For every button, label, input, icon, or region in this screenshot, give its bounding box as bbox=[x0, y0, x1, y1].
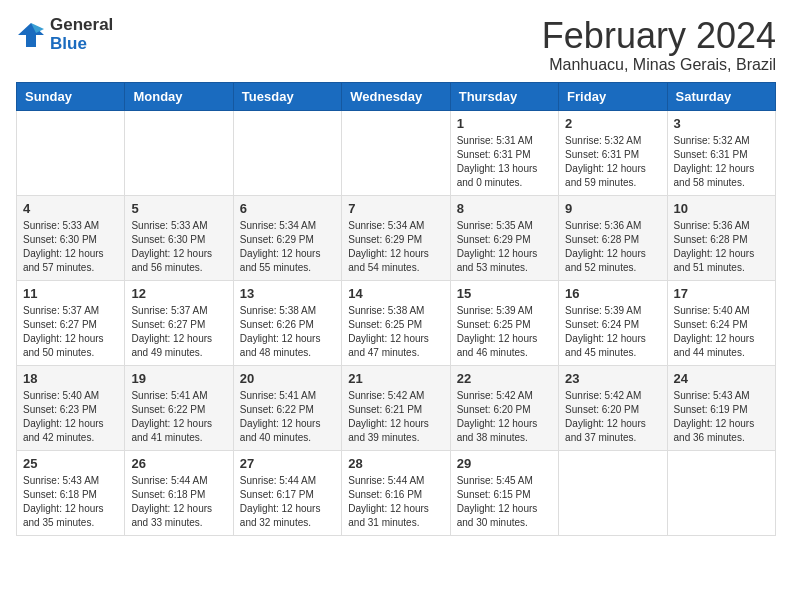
day-info: Sunrise: 5:42 AMSunset: 6:21 PMDaylight:… bbox=[348, 389, 443, 445]
day-number: 9 bbox=[565, 201, 660, 216]
calendar-cell bbox=[559, 450, 667, 535]
day-info: Sunrise: 5:41 AMSunset: 6:22 PMDaylight:… bbox=[240, 389, 335, 445]
day-info: Sunrise: 5:33 AMSunset: 6:30 PMDaylight:… bbox=[131, 219, 226, 275]
day-of-week-header: Thursday bbox=[450, 82, 558, 110]
day-info: Sunrise: 5:41 AMSunset: 6:22 PMDaylight:… bbox=[131, 389, 226, 445]
calendar-cell: 21Sunrise: 5:42 AMSunset: 6:21 PMDayligh… bbox=[342, 365, 450, 450]
day-number: 26 bbox=[131, 456, 226, 471]
calendar-week-row: 11Sunrise: 5:37 AMSunset: 6:27 PMDayligh… bbox=[17, 280, 776, 365]
calendar-cell: 6Sunrise: 5:34 AMSunset: 6:29 PMDaylight… bbox=[233, 195, 341, 280]
day-info: Sunrise: 5:42 AMSunset: 6:20 PMDaylight:… bbox=[565, 389, 660, 445]
day-number: 4 bbox=[23, 201, 118, 216]
day-number: 7 bbox=[348, 201, 443, 216]
day-info: Sunrise: 5:37 AMSunset: 6:27 PMDaylight:… bbox=[131, 304, 226, 360]
calendar-cell: 28Sunrise: 5:44 AMSunset: 6:16 PMDayligh… bbox=[342, 450, 450, 535]
day-info: Sunrise: 5:35 AMSunset: 6:29 PMDaylight:… bbox=[457, 219, 552, 275]
calendar-cell: 7Sunrise: 5:34 AMSunset: 6:29 PMDaylight… bbox=[342, 195, 450, 280]
calendar-cell: 8Sunrise: 5:35 AMSunset: 6:29 PMDaylight… bbox=[450, 195, 558, 280]
day-info: Sunrise: 5:40 AMSunset: 6:23 PMDaylight:… bbox=[23, 389, 118, 445]
day-info: Sunrise: 5:44 AMSunset: 6:17 PMDaylight:… bbox=[240, 474, 335, 530]
day-of-week-header: Saturday bbox=[667, 82, 775, 110]
day-number: 23 bbox=[565, 371, 660, 386]
logo-text: General Blue bbox=[50, 16, 113, 53]
calendar-cell: 25Sunrise: 5:43 AMSunset: 6:18 PMDayligh… bbox=[17, 450, 125, 535]
day-number: 29 bbox=[457, 456, 552, 471]
calendar-cell: 26Sunrise: 5:44 AMSunset: 6:18 PMDayligh… bbox=[125, 450, 233, 535]
calendar-cell: 11Sunrise: 5:37 AMSunset: 6:27 PMDayligh… bbox=[17, 280, 125, 365]
calendar-cell: 12Sunrise: 5:37 AMSunset: 6:27 PMDayligh… bbox=[125, 280, 233, 365]
day-info: Sunrise: 5:38 AMSunset: 6:26 PMDaylight:… bbox=[240, 304, 335, 360]
logo: General Blue bbox=[16, 16, 113, 53]
day-info: Sunrise: 5:44 AMSunset: 6:16 PMDaylight:… bbox=[348, 474, 443, 530]
calendar-cell: 27Sunrise: 5:44 AMSunset: 6:17 PMDayligh… bbox=[233, 450, 341, 535]
page-header: General Blue February 2024 Manhuacu, Min… bbox=[16, 16, 776, 74]
calendar-cell: 5Sunrise: 5:33 AMSunset: 6:30 PMDaylight… bbox=[125, 195, 233, 280]
location-subtitle: Manhuacu, Minas Gerais, Brazil bbox=[542, 56, 776, 74]
calendar-cell bbox=[125, 110, 233, 195]
day-of-week-header: Friday bbox=[559, 82, 667, 110]
month-title: February 2024 bbox=[542, 16, 776, 56]
calendar-cell: 19Sunrise: 5:41 AMSunset: 6:22 PMDayligh… bbox=[125, 365, 233, 450]
day-of-week-header: Sunday bbox=[17, 82, 125, 110]
day-number: 1 bbox=[457, 116, 552, 131]
day-number: 25 bbox=[23, 456, 118, 471]
day-number: 10 bbox=[674, 201, 769, 216]
logo-icon bbox=[16, 21, 46, 49]
day-info: Sunrise: 5:44 AMSunset: 6:18 PMDaylight:… bbox=[131, 474, 226, 530]
day-number: 19 bbox=[131, 371, 226, 386]
day-info: Sunrise: 5:39 AMSunset: 6:24 PMDaylight:… bbox=[565, 304, 660, 360]
calendar-cell: 4Sunrise: 5:33 AMSunset: 6:30 PMDaylight… bbox=[17, 195, 125, 280]
day-info: Sunrise: 5:38 AMSunset: 6:25 PMDaylight:… bbox=[348, 304, 443, 360]
calendar-cell: 1Sunrise: 5:31 AMSunset: 6:31 PMDaylight… bbox=[450, 110, 558, 195]
day-info: Sunrise: 5:37 AMSunset: 6:27 PMDaylight:… bbox=[23, 304, 118, 360]
day-number: 13 bbox=[240, 286, 335, 301]
day-info: Sunrise: 5:36 AMSunset: 6:28 PMDaylight:… bbox=[565, 219, 660, 275]
day-of-week-header: Tuesday bbox=[233, 82, 341, 110]
day-info: Sunrise: 5:43 AMSunset: 6:19 PMDaylight:… bbox=[674, 389, 769, 445]
title-section: February 2024 Manhuacu, Minas Gerais, Br… bbox=[542, 16, 776, 74]
day-info: Sunrise: 5:31 AMSunset: 6:31 PMDaylight:… bbox=[457, 134, 552, 190]
day-number: 21 bbox=[348, 371, 443, 386]
calendar-week-row: 1Sunrise: 5:31 AMSunset: 6:31 PMDaylight… bbox=[17, 110, 776, 195]
day-info: Sunrise: 5:34 AMSunset: 6:29 PMDaylight:… bbox=[240, 219, 335, 275]
calendar-cell: 14Sunrise: 5:38 AMSunset: 6:25 PMDayligh… bbox=[342, 280, 450, 365]
day-info: Sunrise: 5:34 AMSunset: 6:29 PMDaylight:… bbox=[348, 219, 443, 275]
day-number: 20 bbox=[240, 371, 335, 386]
calendar-cell: 29Sunrise: 5:45 AMSunset: 6:15 PMDayligh… bbox=[450, 450, 558, 535]
day-number: 3 bbox=[674, 116, 769, 131]
day-of-week-header: Monday bbox=[125, 82, 233, 110]
calendar-cell: 2Sunrise: 5:32 AMSunset: 6:31 PMDaylight… bbox=[559, 110, 667, 195]
calendar-cell: 23Sunrise: 5:42 AMSunset: 6:20 PMDayligh… bbox=[559, 365, 667, 450]
calendar-cell bbox=[667, 450, 775, 535]
day-number: 24 bbox=[674, 371, 769, 386]
day-number: 2 bbox=[565, 116, 660, 131]
day-number: 8 bbox=[457, 201, 552, 216]
calendar-cell: 13Sunrise: 5:38 AMSunset: 6:26 PMDayligh… bbox=[233, 280, 341, 365]
calendar-cell bbox=[233, 110, 341, 195]
svg-marker-0 bbox=[18, 23, 44, 47]
day-info: Sunrise: 5:32 AMSunset: 6:31 PMDaylight:… bbox=[674, 134, 769, 190]
day-number: 5 bbox=[131, 201, 226, 216]
day-info: Sunrise: 5:32 AMSunset: 6:31 PMDaylight:… bbox=[565, 134, 660, 190]
day-info: Sunrise: 5:39 AMSunset: 6:25 PMDaylight:… bbox=[457, 304, 552, 360]
calendar-cell: 17Sunrise: 5:40 AMSunset: 6:24 PMDayligh… bbox=[667, 280, 775, 365]
calendar-table: SundayMondayTuesdayWednesdayThursdayFrid… bbox=[16, 82, 776, 536]
calendar-cell: 15Sunrise: 5:39 AMSunset: 6:25 PMDayligh… bbox=[450, 280, 558, 365]
day-info: Sunrise: 5:43 AMSunset: 6:18 PMDaylight:… bbox=[23, 474, 118, 530]
calendar-cell bbox=[342, 110, 450, 195]
day-number: 17 bbox=[674, 286, 769, 301]
calendar-header-row: SundayMondayTuesdayWednesdayThursdayFrid… bbox=[17, 82, 776, 110]
calendar-cell: 18Sunrise: 5:40 AMSunset: 6:23 PMDayligh… bbox=[17, 365, 125, 450]
day-number: 28 bbox=[348, 456, 443, 471]
calendar-week-row: 25Sunrise: 5:43 AMSunset: 6:18 PMDayligh… bbox=[17, 450, 776, 535]
day-number: 16 bbox=[565, 286, 660, 301]
calendar-cell: 10Sunrise: 5:36 AMSunset: 6:28 PMDayligh… bbox=[667, 195, 775, 280]
day-info: Sunrise: 5:45 AMSunset: 6:15 PMDaylight:… bbox=[457, 474, 552, 530]
calendar-week-row: 18Sunrise: 5:40 AMSunset: 6:23 PMDayligh… bbox=[17, 365, 776, 450]
calendar-cell bbox=[17, 110, 125, 195]
calendar-cell: 3Sunrise: 5:32 AMSunset: 6:31 PMDaylight… bbox=[667, 110, 775, 195]
day-of-week-header: Wednesday bbox=[342, 82, 450, 110]
calendar-week-row: 4Sunrise: 5:33 AMSunset: 6:30 PMDaylight… bbox=[17, 195, 776, 280]
day-number: 6 bbox=[240, 201, 335, 216]
day-number: 15 bbox=[457, 286, 552, 301]
